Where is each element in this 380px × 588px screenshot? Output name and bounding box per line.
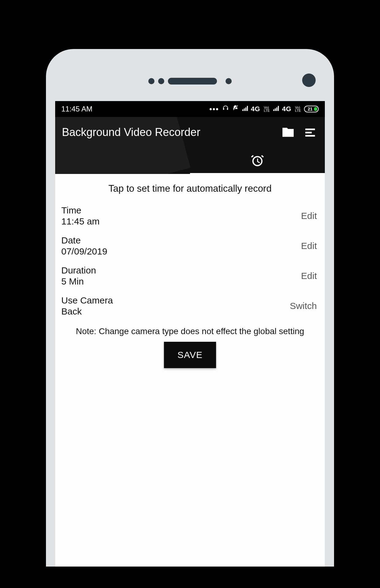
- svg-point-0: [118, 153, 120, 156]
- status-time: 11:45 AM: [61, 105, 92, 113]
- save-button[interactable]: SAVE: [164, 342, 216, 368]
- tab-record[interactable]: [55, 148, 190, 174]
- edit-date-button[interactable]: Edit: [299, 238, 319, 254]
- menu-icon: [304, 126, 317, 139]
- edit-time-button[interactable]: Edit: [299, 208, 319, 224]
- row-value: 07/09/2019: [61, 246, 299, 257]
- tab-schedule[interactable]: [190, 148, 325, 174]
- device-screen: 11:45 AM ••• 4G Vo) LTE: [55, 101, 325, 567]
- speaker-dot: [148, 78, 154, 84]
- row-value: Back: [61, 306, 288, 317]
- network-4g-label: 4G: [251, 105, 260, 113]
- app-title: Background Video Recorder: [62, 126, 274, 139]
- schedule-content: Tap to set time for automatically record…: [55, 174, 325, 567]
- signal-icon: [273, 105, 279, 113]
- front-camera: [302, 74, 316, 87]
- menu-button[interactable]: [302, 124, 318, 140]
- status-bar: 11:45 AM ••• 4G Vo) LTE: [55, 101, 325, 117]
- network-4g-label: 4G: [282, 105, 291, 113]
- content-heading: Tap to set time for automatically record: [61, 183, 319, 194]
- battery-indicator: 21: [304, 106, 319, 112]
- volte-label: Vo) LTE: [295, 106, 301, 112]
- row-value: 5 Min: [61, 276, 299, 287]
- folder-button[interactable]: [280, 124, 296, 140]
- mute-icon: [232, 105, 239, 113]
- row-date[interactable]: Date 07/09/2019 Edit: [59, 231, 321, 261]
- battery-level: 21: [308, 107, 313, 111]
- row-label: Date: [61, 235, 299, 246]
- signal-icon: [242, 105, 248, 113]
- tab-bar: [55, 148, 325, 174]
- headphones-icon: [222, 105, 229, 113]
- row-value: 11:45 am: [61, 216, 299, 227]
- phone-mockup: 11:45 AM ••• 4G Vo) LTE: [46, 49, 334, 567]
- speaker-dot: [226, 78, 232, 84]
- row-label: Duration: [61, 265, 299, 276]
- row-label: Time: [61, 205, 299, 216]
- row-duration[interactable]: Duration 5 Min Edit: [59, 261, 321, 291]
- more-status-icon: •••: [209, 105, 219, 113]
- speaker-grille: [168, 78, 217, 85]
- alarm-clock-icon: [250, 153, 265, 168]
- volte-label: Vo) LTE: [264, 106, 270, 112]
- camera-note: Note: Change camera type does not effect…: [68, 326, 312, 337]
- row-camera[interactable]: Use Camera Back Switch: [59, 291, 321, 321]
- speaker-dot: [158, 78, 164, 84]
- phone-top-bezel: [55, 61, 325, 101]
- svg-point-1: [121, 153, 124, 156]
- video-camera-icon: [114, 152, 131, 169]
- switch-camera-button[interactable]: Switch: [288, 298, 319, 314]
- row-time[interactable]: Time 11:45 am Edit: [59, 201, 321, 231]
- edit-duration-button[interactable]: Edit: [299, 268, 319, 284]
- app-bar: Background Video Recorder: [55, 117, 325, 174]
- folder-icon: [281, 126, 295, 139]
- row-label: Use Camera: [61, 295, 288, 306]
